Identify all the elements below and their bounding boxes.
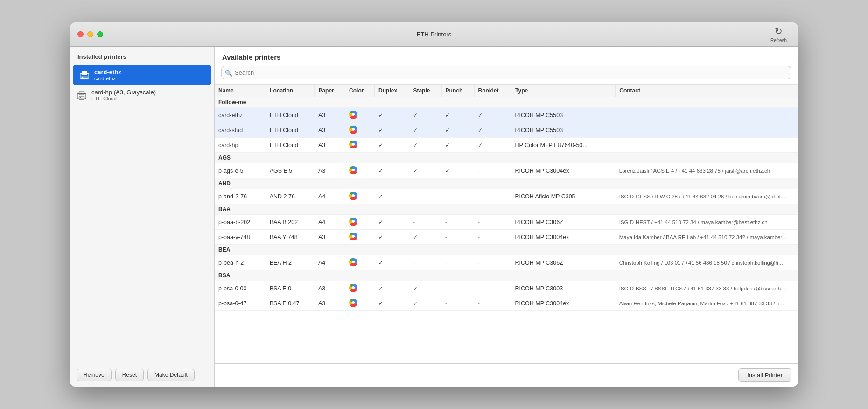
table-row[interactable]: p-bsa-0-00 BSA E 0 A3 ✓ ✓ - - RICOH MP C… bbox=[215, 281, 798, 296]
svg-point-9 bbox=[352, 128, 355, 131]
svg-rect-5 bbox=[80, 97, 81, 98]
refresh-button[interactable]: ↻ Refresh bbox=[767, 24, 791, 45]
dash-cell: - bbox=[478, 285, 480, 292]
printers-table: Name Location Paper Color Duplex Staple … bbox=[215, 85, 798, 311]
dash-cell: - bbox=[445, 300, 447, 307]
sidebar-item-card-hp[interactable]: card-hp (A3, Grayscale) ETH Cloud bbox=[70, 85, 214, 105]
remove-button[interactable]: Remove bbox=[77, 369, 112, 381]
search-input[interactable] bbox=[221, 66, 791, 79]
group-label: BEA bbox=[215, 245, 798, 255]
cell-name: card-ethz bbox=[215, 108, 266, 123]
dash-cell: - bbox=[445, 193, 447, 200]
cell-name: p-bea-h-2 bbox=[215, 255, 266, 270]
table-row[interactable]: p-baa-b-202 BAA B 202 A4 ✓ - - - RICOH M… bbox=[215, 215, 798, 230]
table-row[interactable]: card-hp ETH Cloud A3 ✓ ✓ ✓ ✓ HP Color MF… bbox=[215, 138, 798, 153]
cell-paper: A3 bbox=[315, 138, 345, 153]
minimize-button[interactable] bbox=[87, 31, 93, 37]
cell-color bbox=[345, 123, 375, 138]
group-row: BAA bbox=[215, 204, 798, 215]
check-cell: ✓ bbox=[378, 193, 383, 200]
cell-location: BEA H 2 bbox=[266, 255, 315, 270]
check-cell: ✓ bbox=[378, 300, 383, 307]
table-row[interactable]: p-ags-e-5 AGS E 5 A3 ✓ ✓ ✓ - RICOH MP C3… bbox=[215, 163, 798, 178]
dash-cell: - bbox=[478, 193, 480, 200]
sidebar-item-sub-2: ETH Cloud bbox=[91, 96, 156, 101]
install-printer-button[interactable]: Install Printer bbox=[738, 368, 791, 382]
group-row: AND bbox=[215, 178, 798, 189]
cell-color bbox=[345, 255, 375, 270]
cell-staple: ✓ bbox=[409, 296, 441, 311]
cell-type: RICOH MP C3004ex bbox=[511, 230, 616, 245]
cell-type: RICOH MP C5503 bbox=[511, 123, 616, 138]
col-color: Color bbox=[345, 85, 375, 97]
dash-cell: - bbox=[478, 219, 480, 226]
svg-rect-4 bbox=[79, 96, 84, 99]
table-row[interactable]: p-and-2-76 AND 2 76 A4 ✓ - - - RICOH Afi… bbox=[215, 189, 798, 204]
maximize-button[interactable] bbox=[97, 31, 103, 37]
cell-paper: A3 bbox=[315, 108, 345, 123]
dash-cell: - bbox=[413, 260, 415, 266]
table-container[interactable]: Name Location Paper Color Duplex Staple … bbox=[215, 84, 798, 363]
table-row[interactable]: p-bsa-0-47 BSA E 0.47 A3 ✓ ✓ - - RICOH M… bbox=[215, 296, 798, 311]
group-row: BEA bbox=[215, 245, 798, 255]
check-cell: ✓ bbox=[413, 112, 418, 119]
dash-cell: - bbox=[478, 260, 480, 266]
right-panel: Available printers 🔍 Name Location Paper… bbox=[215, 47, 798, 387]
cell-staple: ✓ bbox=[409, 108, 441, 123]
cell-name: p-ags-e-5 bbox=[215, 163, 266, 178]
cell-contact: Lorenz Jaisli / AGS E 4 / +41 44 633 28 … bbox=[616, 163, 798, 178]
table-row[interactable]: card-stud ETH Cloud A3 ✓ ✓ ✓ ✓ RICOH MP … bbox=[215, 123, 798, 138]
cell-contact: ISG D-GESS / IFW C 28 / +41 44 632 04 26… bbox=[616, 189, 798, 204]
cell-duplex: ✓ bbox=[375, 189, 409, 204]
search-bar: 🔍 bbox=[221, 66, 791, 79]
sidebar-items: card-ethz card-ethz card-hp (A3, Graysca… bbox=[70, 65, 214, 363]
dash-cell: - bbox=[478, 300, 480, 307]
cell-paper: A3 bbox=[315, 296, 345, 311]
cell-paper: A4 bbox=[315, 215, 345, 230]
check-cell: ✓ bbox=[413, 142, 418, 148]
cell-staple: ✓ bbox=[409, 163, 441, 178]
cell-name: p-baa-b-202 bbox=[215, 215, 266, 230]
group-label: BSA bbox=[215, 270, 798, 281]
cell-punch: - bbox=[441, 230, 474, 245]
table-row[interactable]: card-ethz ETH Cloud A3 ✓ ✓ ✓ ✓ RICOH MP … bbox=[215, 108, 798, 123]
cell-type: RICOH MP C306Z bbox=[511, 215, 616, 230]
traffic-lights bbox=[77, 31, 103, 37]
check-cell: ✓ bbox=[445, 168, 450, 174]
make-default-button[interactable]: Make Default bbox=[147, 369, 195, 381]
check-cell: ✓ bbox=[413, 127, 418, 134]
cell-location: BAA B 202 bbox=[266, 215, 315, 230]
reset-button[interactable]: Reset bbox=[115, 369, 144, 381]
cell-type: HP Color MFP E87640-50... bbox=[511, 138, 616, 153]
cell-location: BSA E 0 bbox=[266, 281, 315, 296]
cell-location: AGS E 5 bbox=[266, 163, 315, 178]
cell-location: AND 2 76 bbox=[266, 189, 315, 204]
svg-point-11 bbox=[352, 143, 355, 146]
check-cell: ✓ bbox=[378, 112, 383, 119]
cell-booklet: ✓ bbox=[474, 123, 511, 138]
cell-booklet: - bbox=[474, 230, 511, 245]
main-content: Installed printers card-ethz card-ethz bbox=[70, 47, 798, 387]
table-row[interactable]: p-baa-y-748 BAA Y 748 A3 ✓ ✓ - - RICOH M… bbox=[215, 230, 798, 245]
group-label: BAA bbox=[215, 204, 798, 215]
cell-type: RICOH MP C3003 bbox=[511, 281, 616, 296]
group-label: Follow-me bbox=[215, 97, 798, 108]
cell-duplex: ✓ bbox=[375, 138, 409, 153]
sidebar-item-card-ethz[interactable]: card-ethz card-ethz bbox=[73, 65, 211, 85]
col-name: Name bbox=[215, 85, 266, 97]
check-cell: ✓ bbox=[378, 260, 383, 266]
cell-type: RICOH MP C3004ex bbox=[511, 163, 616, 178]
cell-paper: A3 bbox=[315, 123, 345, 138]
check-cell: ✓ bbox=[378, 168, 383, 174]
check-cell: ✓ bbox=[478, 112, 483, 119]
cell-punch: ✓ bbox=[441, 123, 474, 138]
window-title: ETH Printers bbox=[417, 31, 451, 38]
cell-contact bbox=[616, 108, 798, 123]
cell-color bbox=[345, 296, 375, 311]
cell-punch: ✓ bbox=[441, 163, 474, 178]
cell-name: card-hp bbox=[215, 138, 266, 153]
cell-type: RICOH MP C306Z bbox=[511, 255, 616, 270]
table-row[interactable]: p-bea-h-2 BEA H 2 A4 ✓ - - - RICOH MP C3… bbox=[215, 255, 798, 270]
cell-duplex: ✓ bbox=[375, 230, 409, 245]
close-button[interactable] bbox=[77, 31, 84, 37]
